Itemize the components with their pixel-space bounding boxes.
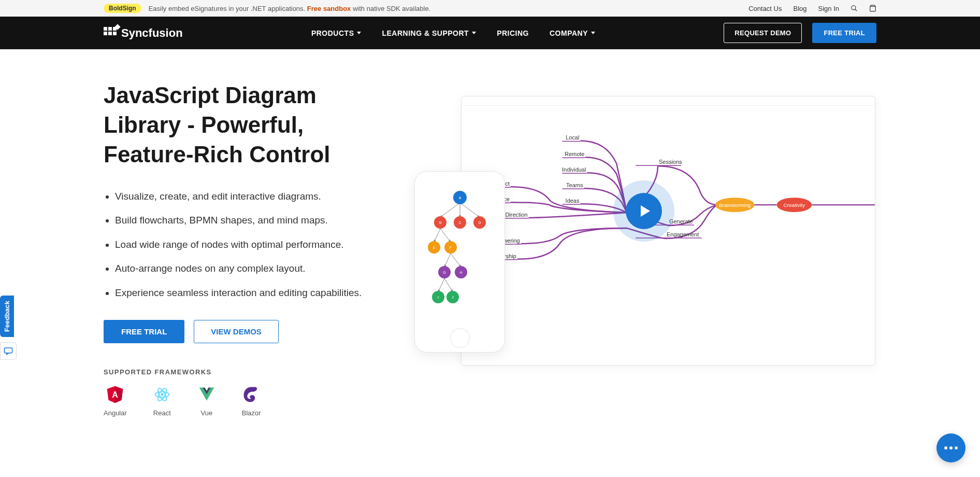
nav-pricing[interactable]: PRICING: [497, 29, 529, 37]
logo-icon: [104, 27, 118, 39]
svg-text:C: C: [458, 221, 461, 225]
svg-line-45: [434, 229, 440, 242]
framework-blazor[interactable]: Blazor: [242, 385, 261, 417]
framework-label: React: [153, 409, 171, 417]
feature-item: Load wide range of nodes with optimal pe…: [115, 237, 399, 252]
vue-icon: [197, 385, 216, 404]
svg-point-6: [161, 393, 163, 396]
svg-line-42: [440, 203, 460, 217]
announcement-text-b: with native SDK available.: [351, 5, 430, 12]
framework-label: Vue: [200, 409, 212, 417]
svg-line-44: [460, 203, 480, 217]
framework-angular[interactable]: A Angular: [104, 385, 127, 417]
svg-text:I: I: [438, 296, 439, 299]
brand-text: Syncfusion: [121, 26, 183, 40]
blog-link[interactable]: Blog: [793, 5, 806, 12]
framework-vue[interactable]: Vue: [197, 385, 216, 417]
feature-item: Auto-arrange nodes on any complex layout…: [115, 261, 399, 276]
svg-line-46: [440, 229, 451, 242]
svg-text:H: H: [459, 271, 462, 274]
brand-logo[interactable]: Syncfusion: [104, 26, 183, 40]
svg-text:F: F: [449, 246, 451, 249]
nav-company-label: COMPANY: [550, 29, 588, 37]
svg-text:G: G: [443, 271, 445, 274]
announcement-text-a: Easily embed eSignatures in your .NET ap…: [149, 5, 307, 12]
nav-products[interactable]: PRODUCTS: [311, 29, 362, 37]
feature-item: Build flowcharts, BPMN shapes, and mind …: [115, 213, 399, 228]
search-icon[interactable]: [851, 5, 858, 12]
framework-label: Blazor: [242, 409, 261, 417]
tree-diagram: A B C D E F G H I J: [424, 186, 496, 321]
svg-text:D: D: [478, 221, 481, 225]
mobile-home-icon: [450, 328, 470, 348]
hero-illustration: Product Service Business Direction Empow…: [399, 80, 980, 417]
svg-text:J: J: [452, 296, 454, 299]
svg-text:A: A: [458, 196, 461, 200]
view-demos-button[interactable]: VIEW DEMOS: [194, 320, 279, 343]
main-nav: Syncfusion PRODUCTS LEARNING & SUPPORT P…: [0, 17, 980, 49]
sign-in-link[interactable]: Sign In: [818, 5, 839, 12]
mobile-frame: A B C D E F G H I J: [414, 171, 505, 353]
free-trial-nav-button[interactable]: FREE TRIAL: [812, 23, 876, 43]
svg-line-1: [855, 9, 857, 11]
svg-text:Creativity: Creativity: [784, 202, 805, 208]
svg-text:Remote: Remote: [565, 151, 584, 157]
chevron-down-icon: [591, 32, 595, 34]
react-icon: [153, 385, 171, 404]
svg-text:Sessions: Sessions: [659, 159, 682, 165]
nav-learning[interactable]: LEARNING & SUPPORT: [382, 29, 476, 37]
svg-rect-71: [5, 348, 12, 353]
framework-label: Angular: [104, 409, 127, 417]
angular-icon: A: [106, 385, 124, 404]
svg-text:Individual: Individual: [562, 166, 586, 173]
cart-icon[interactable]: [869, 5, 876, 12]
hero-section: JavaScript Diagram Library - Powerful, F…: [0, 49, 980, 438]
svg-text:E: E: [433, 246, 435, 249]
nav-company[interactable]: COMPANY: [550, 29, 595, 37]
feature-list: Visualize, create, and edit interactive …: [104, 189, 399, 301]
svg-point-0: [852, 6, 856, 10]
announcement-bar: BoldSign Easily embed eSignatures in you…: [0, 0, 980, 17]
svg-text:A: A: [112, 390, 119, 399]
framework-react[interactable]: React: [153, 385, 171, 417]
svg-text:B: B: [439, 221, 441, 225]
svg-line-49: [438, 278, 444, 292]
svg-text:Engagement: Engagement: [667, 231, 699, 237]
feedback-chat-icon[interactable]: [0, 342, 17, 360]
svg-line-47: [444, 254, 451, 267]
svg-text:Teams: Teams: [566, 182, 583, 188]
request-demo-button[interactable]: REQUEST DEMO: [724, 23, 802, 43]
play-video-button[interactable]: [626, 193, 662, 229]
nav-products-label: PRODUCTS: [311, 29, 354, 37]
announcement-text: Easily embed eSignatures in your .NET ap…: [149, 5, 431, 12]
announcement-highlight[interactable]: Free sandbox: [307, 5, 351, 12]
contact-us-link[interactable]: Contact Us: [748, 5, 782, 12]
nav-pricing-label: PRICING: [497, 29, 529, 37]
nav-learning-label: LEARNING & SUPPORT: [382, 29, 469, 37]
svg-text:Local: Local: [566, 134, 579, 141]
svg-text:Ideas: Ideas: [566, 198, 580, 204]
svg-line-50: [444, 278, 453, 292]
mindmap-diagram: Product Service Business Direction Empow…: [462, 96, 875, 365]
boldsign-badge[interactable]: BoldSign: [104, 4, 141, 13]
svg-text:Generate: Generate: [669, 218, 693, 225]
svg-text:Brainstorming: Brainstorming: [719, 202, 751, 208]
chevron-down-icon: [357, 32, 361, 34]
free-trial-button[interactable]: FREE TRIAL: [104, 320, 184, 343]
feature-item: Visualize, create, and edit interactive …: [115, 189, 399, 204]
chevron-down-icon: [472, 32, 476, 34]
browser-frame: Product Service Business Direction Empow…: [461, 96, 875, 366]
blazor-icon: [242, 385, 261, 404]
page-title: JavaScript Diagram Library - Powerful, F…: [104, 80, 399, 170]
feedback-tab[interactable]: Feedback: [0, 296, 14, 337]
feature-item: Experience seamless interaction and edit…: [115, 286, 399, 301]
frameworks-heading: SUPPORTED FRAMEWORKS: [104, 368, 399, 376]
svg-line-48: [451, 254, 461, 267]
